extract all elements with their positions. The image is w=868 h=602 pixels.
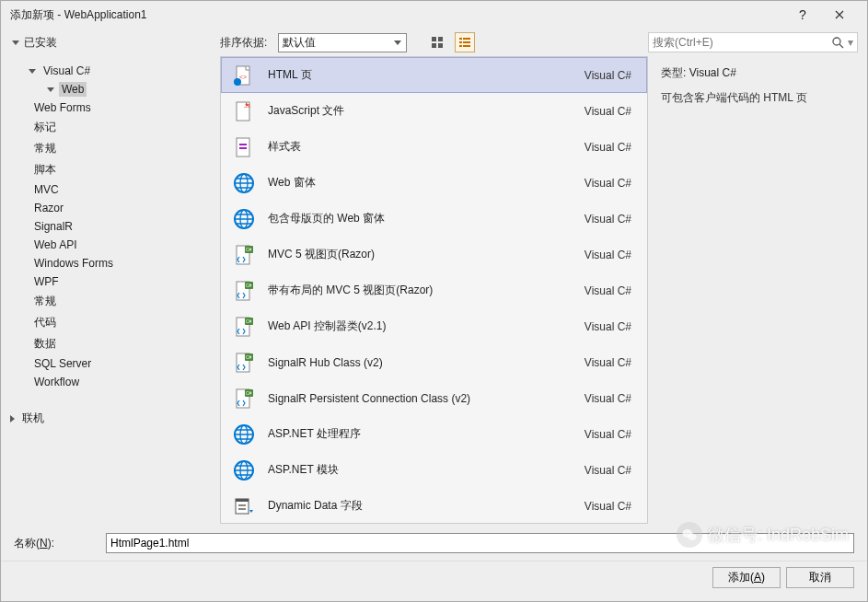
globe-icon (231, 457, 257, 483)
name-label: 名称(N): (14, 536, 106, 551)
tree-item-label: Visual C# (41, 64, 93, 78)
tree-item[interactable]: Web Forms (10, 98, 211, 117)
detail-description: 可包含客户端代码的 HTML 页 (661, 90, 854, 106)
template-row[interactable]: C#MVC 5 视图页(Razor)Visual C# (221, 237, 647, 272)
template-language: Visual C# (584, 392, 631, 405)
svg-text:C#: C# (246, 390, 252, 396)
svg-rect-1 (438, 37, 443, 41)
tree-item-label: Razor (31, 201, 66, 215)
help-button[interactable]: ? (784, 1, 821, 29)
cancel-button[interactable]: 取消 (786, 567, 854, 588)
template-row[interactable]: C#SignalR Hub Class (v2)Visual C# (221, 344, 647, 380)
online-section-header[interactable]: 联机 (10, 408, 211, 429)
template-row[interactable]: ASP.NET 模块Visual C# (221, 452, 647, 488)
tree-item[interactable]: MVC (10, 180, 211, 199)
svg-text:JS: JS (244, 103, 250, 109)
template-row[interactable]: 样式表Visual C# (221, 129, 647, 165)
search-input[interactable] (653, 36, 831, 49)
tree-item[interactable]: Razor (10, 199, 211, 217)
template-language: Visual C# (584, 249, 631, 261)
tree-item[interactable]: Windows Forms (10, 254, 211, 272)
search-icon (831, 36, 844, 49)
template-list[interactable]: <>HTML 页Visual C#JSJavaScript 文件Visual C… (221, 57, 647, 523)
svg-point-10 (833, 38, 840, 45)
add-button[interactable]: 添加(A) (712, 567, 781, 588)
tree-item[interactable]: 常规 (10, 138, 211, 159)
button-bar: 添加(A) 取消 (1, 561, 867, 601)
template-language: Visual C# (584, 105, 631, 118)
close-icon (835, 10, 844, 19)
template-name: ASP.NET 模块 (268, 462, 584, 478)
installed-section-header[interactable]: 已安装 (10, 35, 213, 51)
template-name: 包含母版页的 Web 窗体 (268, 211, 584, 226)
close-button[interactable] (821, 1, 858, 29)
tree-item-label: Windows Forms (31, 256, 116, 271)
template-row[interactable]: Dynamic Data 字段Visual C# (221, 488, 647, 523)
toolbar: 已安装 排序依据: 默认值 ▾ (1, 29, 867, 56)
detail-type: 类型: Visual C# (661, 65, 854, 81)
tree-item[interactable]: 常规 (10, 291, 211, 312)
template-name: Dynamic Data 字段 (268, 498, 584, 514)
template-name: SignalR Persistent Connection Class (v2) (268, 392, 584, 405)
template-row[interactable]: C#SignalR Persistent Connection Class (v… (221, 380, 647, 416)
tree-item[interactable]: Web API (10, 236, 211, 254)
tree-item[interactable]: Web (10, 80, 211, 98)
tree-item[interactable]: 代码 (10, 312, 211, 333)
template-panel: <>HTML 页Visual C#JSJavaScript 文件Visual C… (220, 56, 648, 524)
template-language: Visual C# (584, 69, 631, 82)
svg-rect-8 (459, 45, 462, 47)
tree-item[interactable]: 标记 (10, 117, 211, 138)
tree-item-label: Web Forms (31, 100, 94, 115)
chevron-right-icon (10, 415, 15, 423)
tree-item[interactable]: SignalR (10, 217, 211, 236)
svg-rect-0 (432, 37, 436, 41)
template-language: Visual C# (584, 284, 631, 297)
tree-item[interactable]: Visual C# (10, 62, 211, 80)
sort-dropdown[interactable]: 默认值 (278, 33, 407, 52)
template-row[interactable]: Web 窗体Visual C# (221, 165, 647, 201)
sort-label: 排序依据: (220, 35, 267, 51)
chevron-down-icon (47, 87, 54, 92)
svg-rect-5 (463, 38, 470, 40)
tree-item-label: SignalR (31, 219, 75, 234)
cs-icon: C# (231, 386, 257, 411)
tree-item-label: Workflow (31, 375, 82, 389)
template-row[interactable]: ASP.NET 处理程序Visual C# (221, 416, 647, 452)
template-name: 带有布局的 MVC 5 视图页(Razor) (268, 283, 584, 298)
svg-text:C#: C# (246, 354, 252, 360)
template-row[interactable]: C#带有布局的 MVC 5 视图页(Razor)Visual C# (221, 272, 647, 308)
svg-point-13 (234, 78, 241, 86)
template-language: Visual C# (584, 464, 631, 477)
view-tiles-button[interactable] (427, 32, 447, 52)
template-row[interactable]: C#Web API 控制器类(v2.1)Visual C# (221, 308, 647, 344)
search-box[interactable]: ▾ (648, 32, 858, 52)
tree-item[interactable]: 脚本 (10, 159, 211, 180)
name-bar: 名称(N): 微信号: IndRobSim (1, 524, 867, 561)
tree-item-label: SQL Server (31, 356, 94, 371)
svg-rect-45 (238, 508, 246, 510)
svg-text:C#: C# (246, 283, 252, 288)
tree-item[interactable]: 数据 (10, 333, 211, 354)
tree-item[interactable]: SQL Server (10, 354, 211, 373)
template-name: SignalR Hub Class (v2) (268, 356, 584, 369)
template-language: Visual C# (584, 213, 631, 226)
tree-item[interactable]: Workflow (10, 373, 211, 391)
tree-item-label: Web (59, 82, 87, 97)
name-input[interactable] (106, 533, 854, 553)
chevron-down-icon (12, 41, 19, 45)
detail-type-value: Visual C# (689, 66, 736, 79)
dd-icon (231, 493, 257, 519)
globe-icon (231, 170, 257, 196)
svg-rect-17 (239, 144, 247, 145)
tree-item[interactable]: WPF (10, 272, 211, 291)
template-name: JavaScript 文件 (268, 103, 584, 119)
template-row[interactable]: JSJavaScript 文件Visual C# (221, 93, 647, 129)
view-list-button[interactable] (455, 32, 475, 52)
template-name: HTML 页 (268, 67, 584, 83)
template-row[interactable]: <>HTML 页Visual C# (221, 57, 647, 93)
template-language: Visual C# (584, 500, 631, 513)
cs-icon: C# (231, 314, 257, 340)
svg-rect-44 (238, 504, 246, 506)
template-row[interactable]: 包含母版页的 Web 窗体Visual C# (221, 201, 647, 237)
template-name: MVC 5 视图页(Razor) (268, 247, 584, 262)
